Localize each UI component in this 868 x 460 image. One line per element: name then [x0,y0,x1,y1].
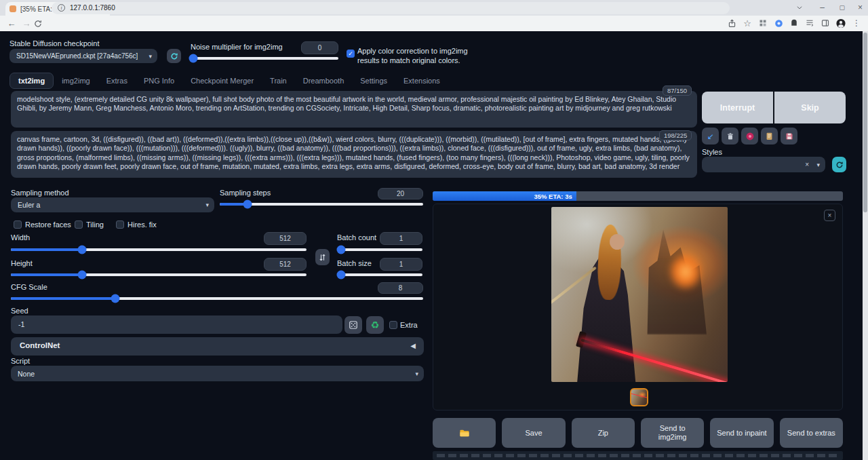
send-to-extras-button[interactable]: Send to extras [780,418,843,448]
fire-glow [668,252,703,291]
clear-prompt-button[interactable] [722,128,738,145]
forward-icon[interactable]: → [19,18,34,28]
batch-size-value[interactable]: 1 [380,258,422,271]
open-folder-button[interactable] [433,418,496,448]
site-info-icon[interactable]: i [58,4,65,12]
clear-selection-icon[interactable]: × [805,161,809,168]
bookmark-star-icon[interactable]: ☆ [743,18,752,28]
recycle-icon: ♻ [371,320,380,330]
chevron-down-icon: ▾ [205,202,209,208]
window-minimize-button[interactable]: – [820,0,825,15]
tab-img2img[interactable]: img2img [54,73,98,88]
sidebar-panel-icon[interactable] [821,18,830,28]
send-to-img2img-button[interactable]: Send to img2img [641,418,704,448]
styles-refresh-button[interactable] [832,157,846,172]
extra-networks-button[interactable] [741,128,758,145]
color-correction-label: Apply color correction to img2img result… [357,46,490,65]
cfg-scale-value[interactable]: 8 [378,282,423,294]
tab-checkpoint-merger[interactable]: Checkpoint Merger [182,73,262,88]
clipboard-icon [766,132,773,140]
noise-multiplier-value[interactable]: 0 [301,41,338,54]
seed-value: -1 [18,320,24,328]
checkpoint-label: Stable Diffusion checkpoint [9,39,100,47]
styles-select[interactable]: × ▾ [702,157,825,172]
tiling-checkbox[interactable] [75,221,83,229]
batch-size-slider[interactable] [337,273,422,276]
window-close-button[interactable]: × [858,0,863,15]
tab-txt2img[interactable]: txt2img [9,73,54,89]
interrupt-button[interactable]: Interrupt [702,92,773,123]
script-select[interactable]: None ▾ [11,366,424,381]
send-to-inpaint-button[interactable]: Send to inpaint [710,418,773,448]
share-icon[interactable] [727,18,736,28]
seed-label: Seed [11,307,28,315]
generated-image[interactable] [551,207,728,382]
back-icon[interactable]: ← [4,18,19,28]
page-scrollbar[interactable] [863,31,868,460]
browser-menu-kebab-icon[interactable]: ⋮ [852,18,861,28]
zip-button[interactable]: Zip [572,418,635,448]
profile-avatar[interactable] [836,18,846,28]
chevron-down-icon: ▾ [415,370,418,377]
window-maximize-button[interactable]: ▢ [839,0,845,15]
noise-multiplier-slider[interactable] [191,57,338,60]
height-slider[interactable] [11,273,307,276]
height-value[interactable]: 512 [264,258,307,271]
swap-dimensions-button[interactable] [315,249,330,265]
restore-faces-label: Restore faces [25,221,71,229]
cfg-scale-slider[interactable] [11,297,423,300]
restore-faces-checkbox[interactable] [14,221,22,229]
width-value[interactable]: 512 [264,232,307,245]
extra-seed-label: Extra [400,321,418,329]
prompt-textarea[interactable]: modelshoot style, (extremely detailed CG… [11,91,697,128]
tab-extras[interactable]: Extras [98,73,136,88]
width-slider[interactable] [11,248,307,251]
checkpoint-dropdown[interactable]: SD15NewVAEpruned.ckpt [27a4ac756c] ▾ [9,49,157,63]
extension-grid-icon[interactable] [758,18,768,28]
sampling-steps-value[interactable]: 20 [378,188,423,199]
negative-prompt-textarea[interactable]: canvas frame, cartoon, 3d, ((disfigured)… [11,131,697,178]
batch-count-value[interactable]: 1 [380,232,422,245]
trash-icon [726,132,734,140]
tab-dreambooth[interactable]: Dreambooth [295,73,353,88]
tab-train[interactable]: Train [262,73,295,88]
floppy-disk-icon [785,132,793,140]
webui-root: Stable Diffusion checkpoint SD15NewVAEpr… [0,31,863,460]
reload-icon[interactable] [34,20,49,28]
image-preview-panel: × [433,204,843,410]
color-correction-checkbox[interactable]: ✓ [347,50,355,58]
tab-png-info[interactable]: PNG Info [136,73,182,88]
generation-info-strip [433,451,843,460]
cfg-scale-label: CFG Scale [11,283,47,291]
random-seed-button[interactable] [344,316,362,334]
controlnet-title: ControlNet [20,341,60,349]
extension-blue-icon[interactable] [774,18,783,28]
url-bar[interactable]: i 127.0.0.1:7860 [52,2,730,14]
paste-generation-params-button[interactable]: ↙ [702,128,719,145]
extra-seed-checkbox[interactable] [389,321,397,329]
save-button[interactable]: Save [502,418,565,448]
window-chevron-icon[interactable] [796,0,803,15]
checkpoint-refresh-button[interactable] [167,49,181,63]
sampling-steps-slider[interactable] [220,203,423,206]
reuse-seed-button[interactable]: ♻ [366,316,384,334]
hires-fix-checkbox[interactable] [116,221,124,229]
skip-button[interactable]: Skip [774,92,846,123]
toolbar-icons: ☆ ⋮ [727,17,861,29]
knight-face [610,234,625,250]
seed-input[interactable]: -1 [11,315,342,334]
url-text: 127.0.0.1:7860 [70,4,115,12]
tab-extensions[interactable]: Extensions [395,73,448,88]
tab-settings[interactable]: Settings [352,73,395,88]
reading-list-icon[interactable] [805,18,814,28]
save-style-button[interactable] [781,128,797,145]
scrollbar-thumb[interactable] [863,33,867,212]
progress-text: 35% ETA: 3s [433,193,576,201]
controlnet-accordion[interactable]: ControlNet ◀ [11,337,424,356]
batch-count-slider[interactable] [337,248,422,251]
apply-style-button[interactable] [761,128,778,145]
sampling-method-select[interactable]: Euler a ▾ [11,197,214,212]
extension-dark-icon[interactable] [789,18,799,28]
gallery-thumbnail-selected[interactable] [630,388,648,406]
close-preview-button[interactable]: × [824,210,835,221]
